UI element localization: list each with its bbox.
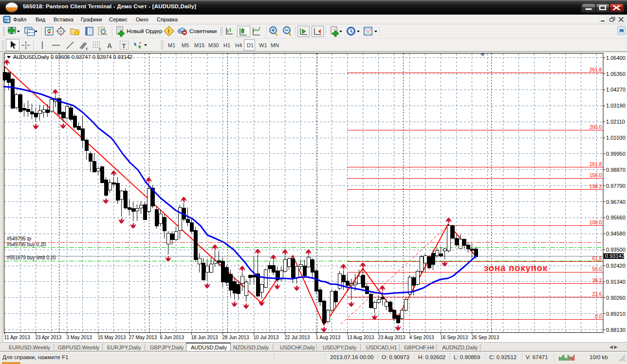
- svg-text:1.04270: 1.04270: [606, 87, 626, 92]
- svg-text:27 May 2013: 27 May 2013: [129, 335, 157, 340]
- svg-text:23 Aug 2013: 23 Aug 2013: [378, 335, 406, 340]
- svg-text:#549795 buy 0.20: #549795 buy 0.20: [7, 242, 46, 247]
- svg-text:F: F: [99, 47, 101, 52]
- svg-text:4 Sep 2013: 4 Sep 2013: [409, 335, 435, 340]
- svg-text:0.93142: 0.93142: [605, 253, 625, 259]
- svg-text:0.98870: 0.98870: [606, 167, 626, 173]
- svg-text:M15: M15: [194, 42, 204, 48]
- svg-text:Новый Ордер: Новый Ордер: [127, 28, 162, 34]
- svg-text:16 Sep 2013: 16 Sep 2013: [441, 335, 468, 340]
- svg-text:1.05350: 1.05350: [606, 71, 626, 77]
- svg-text:0.0: 0.0: [595, 314, 602, 319]
- svg-text:6 Jun 2013: 6 Jun 2013: [160, 335, 184, 340]
- svg-text:15 May 2013: 15 May 2013: [98, 335, 126, 340]
- svg-text:#549795 tp: #549795 tp: [7, 236, 31, 241]
- svg-text:!: !: [168, 28, 170, 35]
- svg-text:13 Aug 2013: 13 Aug 2013: [347, 335, 375, 340]
- svg-text:Советники: Советники: [189, 28, 217, 34]
- svg-text:E: E: [86, 47, 88, 51]
- svg-text:61.8: 61.8: [592, 256, 602, 261]
- svg-text:0.94580: 0.94580: [606, 231, 626, 237]
- svg-text:M30: M30: [208, 42, 219, 48]
- svg-text:1.03190: 1.03190: [606, 103, 626, 109]
- svg-text:100.0: 100.0: [590, 220, 602, 225]
- svg-text:150.0: 150.0: [590, 173, 602, 178]
- svg-text:зона покупок: зона покупок: [484, 263, 548, 273]
- svg-text:1.01030: 1.01030: [606, 135, 626, 141]
- svg-text:28 Jun 2013: 28 Jun 2013: [222, 335, 249, 340]
- svg-text:138.2: 138.2: [590, 184, 602, 189]
- svg-text:50.0: 50.0: [592, 267, 602, 272]
- svg-text:161.8: 161.8: [590, 162, 602, 167]
- svg-text:0.88130: 0.88130: [606, 327, 626, 333]
- svg-text:22 Jul 2013: 22 Jul 2013: [285, 335, 310, 340]
- svg-text:M1: M1: [168, 42, 175, 48]
- svg-text:H1: H1: [223, 42, 230, 48]
- svg-text:38.2: 38.2: [592, 278, 602, 283]
- svg-text:1.02110: 1.02110: [606, 119, 625, 125]
- svg-text:3 May 2013: 3 May 2013: [67, 335, 92, 340]
- svg-text:23.6: 23.6: [592, 291, 602, 297]
- svg-text:M5: M5: [182, 42, 189, 48]
- svg-text:AUDUSD,Daily 0.93606 0.93747: AUDUSD,Daily 0.93606 0.93747 0.92974 0.9…: [13, 54, 132, 60]
- svg-text:0.92420: 0.92420: [606, 263, 626, 269]
- svg-text:23 Apr 2013: 23 Apr 2013: [36, 335, 62, 340]
- svg-text:H4: H4: [235, 42, 242, 48]
- svg-text:0.99950: 0.99950: [606, 151, 626, 157]
- svg-text:0.91340: 0.91340: [606, 279, 626, 285]
- svg-text:0.93500: 0.93500: [606, 247, 626, 253]
- svg-text:11 Apr 2013: 11 Apr 2013: [4, 335, 31, 340]
- svg-text:MN: MN: [271, 42, 279, 48]
- svg-text:0.90260: 0.90260: [606, 295, 626, 301]
- svg-text:0.95660: 0.95660: [606, 215, 626, 220]
- svg-text:261.8: 261.8: [590, 67, 602, 73]
- svg-text:D1: D1: [247, 42, 254, 48]
- svg-text:1.06400: 1.06400: [606, 55, 626, 61]
- svg-text:A: A: [107, 42, 112, 50]
- svg-text:18 Jun 2013: 18 Jun 2013: [191, 335, 218, 340]
- svg-text:W1: W1: [259, 42, 267, 48]
- svg-text:200.0: 200.0: [590, 125, 602, 130]
- svg-text:0.96740: 0.96740: [606, 199, 626, 205]
- svg-text:0.89210: 0.89210: [606, 311, 626, 317]
- svg-text:T: T: [122, 42, 126, 50]
- svg-text:0.97790: 0.97790: [606, 183, 626, 189]
- svg-text:26 Sep 2013: 26 Sep 2013: [472, 335, 499, 340]
- svg-text:10 Jul 2013: 10 Jul 2013: [254, 335, 279, 340]
- svg-text:1 Aug 2013: 1 Aug 2013: [316, 335, 341, 340]
